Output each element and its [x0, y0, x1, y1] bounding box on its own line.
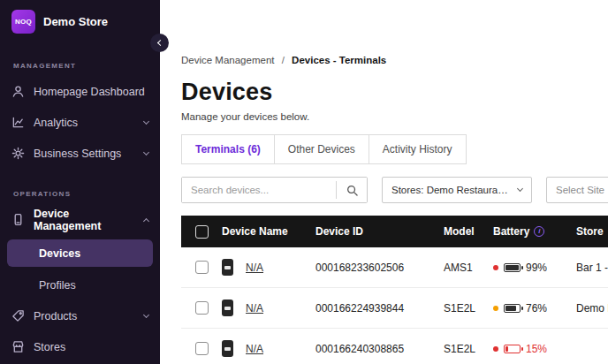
breadcrumb-separator: /	[282, 55, 285, 65]
chevron-down-icon	[144, 315, 148, 317]
sidebar-item-homepage-dashboard[interactable]: Homepage Dashboard	[0, 76, 160, 107]
main-content: Device Management / Devices - Terminals …	[160, 0, 608, 364]
table-header-row: Device Name Device ID Model Battery Stor…	[181, 216, 608, 247]
table-row: N/A 000166224939844 S1E2L 76% Demo E	[181, 288, 608, 329]
battery-percent: 15%	[526, 343, 547, 355]
store-name: Demo Store	[43, 15, 108, 28]
chevron-up-icon	[144, 216, 148, 224]
person-icon	[11, 85, 25, 98]
battery-icon	[504, 263, 521, 272]
sidebar-item-stores[interactable]: Stores	[0, 331, 160, 362]
sidebar-item-label: Products	[34, 310, 77, 322]
sidebar-item-products[interactable]: Products	[0, 300, 160, 331]
header-device-name: Device Name	[222, 225, 315, 238]
sidebar-item-label: Device Management	[34, 208, 135, 232]
battery-icon	[504, 345, 521, 353]
table-row: N/A 000168233602506 AMS1 99% Bar 1 -	[181, 247, 608, 288]
model-value: S1E2L	[444, 343, 493, 355]
tab-terminals[interactable]: Terminals (6)	[181, 134, 275, 164]
device-id-value: 000166224939844	[315, 302, 444, 315]
device-name-link[interactable]: N/A	[246, 302, 263, 315]
chevron-left-icon	[157, 40, 163, 46]
filter-bar: Stores: Demo Restaurant and... Select Si…	[181, 177, 608, 203]
sidebar-item-label: Profiles	[39, 279, 76, 292]
breadcrumb-parent[interactable]: Device Management	[181, 55, 274, 65]
breadcrumb: Device Management / Devices - Terminals	[181, 55, 608, 65]
store-value: Demo E	[576, 302, 608, 315]
header-device-id: Device ID	[315, 225, 444, 238]
sidebar-item-devices[interactable]: Devices	[7, 239, 153, 267]
device-id-value: 000166240308865	[315, 343, 444, 355]
search-button[interactable]	[337, 178, 367, 202]
battery-percent: 76%	[526, 302, 547, 315]
site-filter-select[interactable]: Select Site	[546, 177, 608, 203]
device-name-link[interactable]: N/A	[246, 262, 263, 274]
stores-filter-select[interactable]: Stores: Demo Restaurant and...	[382, 177, 532, 203]
select-all-checkbox[interactable]	[195, 225, 209, 239]
sidebar-item-label: Devices	[39, 247, 80, 260]
sidebar-item-label: Stores	[34, 341, 65, 353]
page-title: Devices	[181, 79, 608, 106]
model-value: S1E2L	[444, 302, 493, 315]
header-battery: Battery	[493, 225, 529, 238]
device-id-value: 000168233602506	[315, 262, 444, 274]
tab-other-devices[interactable]: Other Devices	[274, 134, 369, 164]
breadcrumb-current: Devices - Terminals	[292, 55, 386, 65]
table-row: N/A 000166240308865 S1E2L 15%	[181, 329, 608, 364]
tab-bar: Terminals (6) Other Devices Activity His…	[181, 134, 608, 164]
battery-percent: 99%	[526, 262, 547, 274]
page-subtitle: Manage your devices below.	[181, 111, 608, 122]
info-icon[interactable]	[534, 226, 544, 237]
tag-icon	[11, 309, 25, 322]
sidebar-item-device-management[interactable]: Device Management	[0, 204, 160, 235]
section-label-management: MANAGEMENT	[0, 43, 160, 76]
chevron-down-icon	[144, 153, 148, 155]
status-dot	[493, 346, 498, 352]
search-icon	[346, 185, 358, 196]
search-input[interactable]	[182, 178, 336, 202]
sidebar-item-label: Business Settings	[34, 148, 121, 160]
row-checkbox[interactable]	[195, 261, 209, 274]
sidebar: NOQ Demo Store MANAGEMENT Homepage Dashb…	[0, 0, 160, 364]
status-dot	[493, 265, 498, 270]
section-label-operations: OPERATIONS	[0, 169, 160, 204]
sidebar-item-business-settings[interactable]: Business Settings	[0, 138, 160, 169]
sidebar-item-analytics[interactable]: Analytics	[0, 107, 160, 138]
row-checkbox[interactable]	[195, 301, 209, 315]
brand[interactable]: NOQ Demo Store	[0, 0, 160, 43]
store-icon	[11, 340, 25, 353]
device-name-link[interactable]: N/A	[246, 343, 263, 355]
chevron-down-icon	[144, 122, 148, 124]
sidebar-item-label: Analytics	[34, 117, 78, 129]
store-value: Bar 1 -	[576, 262, 608, 274]
tab-activity-history[interactable]: Activity History	[369, 134, 467, 164]
header-model: Model	[444, 225, 493, 238]
device-terminal-icon	[222, 300, 233, 316]
chevron-down-icon	[517, 186, 523, 192]
chart-icon	[11, 116, 25, 129]
sidebar-item-profiles[interactable]: Profiles	[0, 270, 160, 300]
device-terminal-icon	[222, 340, 233, 357]
devices-table: Device Name Device ID Model Battery Stor…	[181, 216, 608, 364]
sidebar-collapse-button[interactable]	[150, 34, 169, 52]
battery-icon	[504, 304, 521, 313]
noq-logo-icon: NOQ	[11, 10, 35, 34]
stores-filter-value: Stores: Demo Restaurant and...	[391, 185, 511, 195]
model-value: AMS1	[444, 262, 493, 274]
header-store: Store	[576, 225, 608, 238]
gear-icon	[11, 147, 25, 160]
terminal-icon	[11, 213, 25, 226]
row-checkbox[interactable]	[195, 342, 209, 355]
site-filter-value: Select Site	[556, 185, 604, 195]
status-dot	[493, 306, 498, 311]
search-box	[181, 177, 368, 203]
device-terminal-icon	[222, 259, 233, 276]
sidebar-item-label: Homepage Dashboard	[34, 86, 145, 98]
